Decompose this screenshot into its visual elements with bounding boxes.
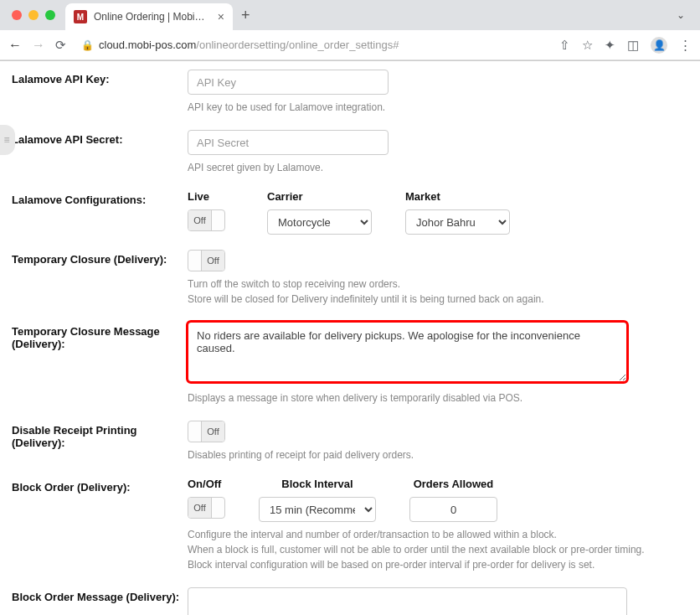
temp-closure-message-textarea[interactable]: No riders are available for delivery pic…	[188, 322, 627, 382]
browser-toolbar: ← → ⟳ 🔒 cloud.mobi-pos.com/onlineorderse…	[0, 30, 700, 60]
live-toggle[interactable]: Off	[188, 209, 225, 231]
maximize-window-button[interactable]	[45, 10, 55, 20]
block-interval-select[interactable]: 15 min (Recommended)	[259, 497, 376, 522]
favicon-icon: M	[74, 10, 87, 23]
forward-button[interactable]: →	[32, 38, 45, 53]
header-onoff: On/Off	[188, 478, 225, 490]
menu-icon[interactable]: ⋮	[679, 38, 692, 53]
back-button[interactable]: ←	[8, 38, 22, 53]
row-block-order: Block Order (Delivery): On/Off Off Block…	[12, 478, 683, 572]
block-order-message-textarea[interactable]	[188, 587, 627, 615]
header-carrier: Carrier	[267, 190, 372, 203]
disable-receipt-toggle[interactable]: Off	[188, 421, 225, 442]
row-lalamove-api-key: Lalamove API Key: API key to be used for…	[12, 70, 683, 115]
header-orders-allowed: Orders Allowed	[409, 478, 497, 490]
help-temp-closure: Turn off the switch to stop receiving ne…	[188, 276, 683, 307]
profile-avatar[interactable]: 👤	[651, 37, 667, 54]
row-lalamove-api-secret: Lalamove API Secret: API secret given by…	[12, 130, 683, 175]
temp-closure-toggle[interactable]: Off	[188, 250, 225, 271]
close-tab-icon[interactable]: ×	[218, 10, 224, 23]
market-select[interactable]: Johor Bahru	[405, 209, 510, 235]
label-block-order-msg: Block Order Message (Delivery):	[12, 587, 188, 615]
window-controls	[12, 10, 55, 20]
row-lalamove-config: Lalamove Configurations: Live Off Carrie…	[12, 190, 683, 235]
lalamove-api-secret-input[interactable]	[188, 130, 389, 155]
orders-allowed-input[interactable]	[409, 497, 497, 522]
tab-bar: M Online Ordering | MobiPOS × + ⌄	[0, 0, 700, 30]
help-api-secret: API secret given by Lalamove.	[188, 160, 683, 175]
label-temp-closure-msg: Temporary Closure Message (Delivery):	[12, 322, 188, 406]
lock-icon: 🔒	[81, 39, 94, 51]
page-content: ≡ Lalamove API Key: API key to be used f…	[0, 61, 700, 615]
browser-tab[interactable]: M Online Ordering | MobiPOS ×	[65, 3, 233, 30]
browser-chrome: M Online Ordering | MobiPOS × + ⌄ ← → ⟳ …	[0, 0, 700, 61]
label-temp-closure: Temporary Closure (Delivery):	[12, 250, 188, 307]
side-drawer-tab[interactable]: ≡	[0, 125, 15, 155]
row-temp-closure: Temporary Closure (Delivery): Off Turn o…	[12, 250, 683, 307]
header-block-interval: Block Interval	[259, 478, 376, 490]
help-disable-receipt: Disables printing of receipt for paid de…	[188, 447, 683, 463]
header-market: Market	[405, 190, 510, 203]
header-live: Live	[188, 190, 225, 203]
url-bar[interactable]: 🔒 cloud.mobi-pos.com/onlineordersetting/…	[76, 39, 549, 51]
help-api-key: API key to be used for Lalamove integrat…	[188, 100, 683, 115]
label-lalamove-api-key: Lalamove API Key:	[12, 70, 188, 115]
tab-title: Online Ordering | MobiPOS	[94, 11, 211, 23]
label-disable-receipt: Disable Receipt Printing (Delivery):	[12, 421, 188, 463]
new-tab-button[interactable]: +	[241, 7, 250, 24]
row-block-order-msg: Block Order Message (Delivery): Configur…	[12, 587, 683, 615]
bookmark-icon[interactable]: ☆	[582, 38, 593, 53]
label-block-order: Block Order (Delivery):	[12, 478, 188, 572]
reload-button[interactable]: ⟳	[55, 38, 66, 53]
help-block-order: Configure the interval and number of ord…	[188, 527, 683, 572]
row-temp-closure-msg: Temporary Closure Message (Delivery): No…	[12, 322, 683, 406]
toolbar-icons: ⇧ ☆ ✦ ◫ 👤 ⋮	[559, 37, 692, 54]
block-order-toggle[interactable]: Off	[188, 497, 225, 519]
carrier-select[interactable]: Motorcycle	[267, 209, 372, 235]
panel-icon[interactable]: ◫	[627, 38, 639, 53]
share-icon[interactable]: ⇧	[559, 38, 570, 53]
label-lalamove-api-secret: Lalamove API Secret:	[12, 130, 188, 175]
lalamove-api-key-input[interactable]	[188, 70, 389, 95]
minimize-window-button[interactable]	[28, 10, 39, 20]
tabs-dropdown-icon[interactable]: ⌄	[677, 9, 685, 21]
extensions-icon[interactable]: ✦	[605, 38, 615, 53]
label-lalamove-config: Lalamove Configurations:	[12, 190, 188, 235]
close-window-button[interactable]	[12, 10, 22, 20]
row-disable-receipt: Disable Receipt Printing (Delivery): Off…	[12, 421, 683, 463]
help-temp-closure-msg: Displays a message in store when deliver…	[188, 390, 683, 406]
url-text: cloud.mobi-pos.com/onlineordersetting/on…	[99, 39, 399, 51]
